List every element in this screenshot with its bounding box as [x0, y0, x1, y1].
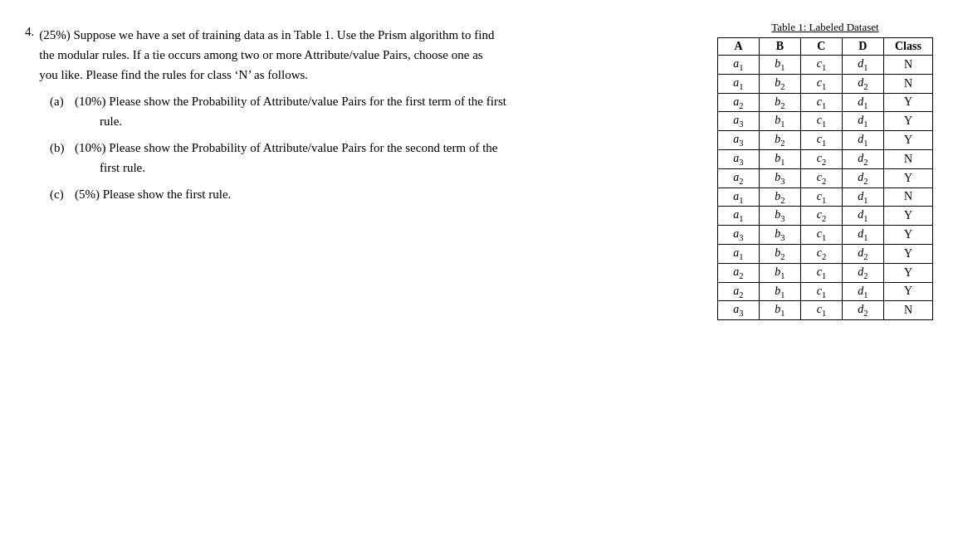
- cell-6-2: c2: [800, 168, 842, 187]
- cell-9-1: b3: [759, 226, 800, 245]
- cell-6-3: d2: [842, 168, 883, 187]
- cell-11-3: d2: [842, 263, 883, 282]
- table-row: a2b2c1d1Y: [718, 93, 933, 112]
- cell-5-0: a3: [718, 149, 760, 168]
- cell-13-0: a3: [718, 301, 760, 320]
- cell-1-2: c1: [800, 74, 842, 93]
- part-c: (c) (5%) Please show the first rule.: [50, 184, 692, 204]
- cell-1-1: b2: [759, 74, 800, 93]
- col-header-C: C: [800, 38, 842, 56]
- table-row: a3b1c1d2N: [718, 301, 933, 320]
- cell-9-2: c1: [800, 226, 842, 245]
- cell-1-4: N: [883, 74, 932, 93]
- cell-13-1: b1: [759, 301, 800, 320]
- cell-7-2: c1: [800, 187, 842, 207]
- right-panel: Table 1: Labeled Dataset A B C D Class a…: [717, 17, 933, 320]
- part-b-label: (b): [50, 138, 75, 158]
- cell-2-0: a2: [718, 93, 760, 112]
- part-a-label: (a): [50, 91, 75, 111]
- cell-11-1: b1: [759, 263, 800, 282]
- table-row: a1b1c1d1N: [718, 56, 933, 75]
- cell-4-2: c1: [800, 131, 842, 150]
- cell-12-0: a2: [718, 282, 760, 301]
- table-row: a2b3c2d2Y: [718, 168, 933, 187]
- cell-11-0: a2: [718, 263, 760, 282]
- table-row: a3b1c1d1Y: [718, 112, 933, 131]
- cell-13-3: d2: [842, 301, 883, 320]
- cell-5-1: b1: [759, 149, 800, 168]
- cell-9-4: Y: [883, 226, 932, 245]
- cell-4-3: d1: [842, 131, 883, 150]
- cell-12-3: d1: [842, 282, 883, 301]
- table-row: a2b1c1d1Y: [718, 282, 933, 301]
- cell-10-2: c2: [800, 244, 842, 263]
- table-row: a3b3c1d1Y: [718, 226, 933, 245]
- part-a-continuation: rule.: [100, 111, 692, 131]
- cell-7-0: a1: [718, 187, 760, 207]
- table-row: a3b2c1d1Y: [718, 131, 933, 150]
- cell-13-2: c1: [800, 301, 842, 320]
- cell-3-3: d1: [842, 112, 883, 131]
- part-a-text: (10%) Please show the Probability of Att…: [75, 91, 506, 111]
- cell-8-3: d1: [842, 207, 883, 226]
- cell-1-0: a1: [718, 74, 760, 93]
- cell-2-1: b2: [759, 93, 800, 112]
- cell-1-3: d2: [842, 74, 883, 93]
- table-row: a1b2c1d1N: [718, 187, 933, 207]
- cell-8-0: a1: [718, 207, 760, 226]
- cell-3-0: a3: [718, 112, 760, 131]
- left-panel: 4. (25%) Suppose we have a set of traini…: [25, 17, 692, 211]
- cell-5-2: c2: [800, 149, 842, 168]
- cell-10-3: d2: [842, 244, 883, 263]
- part-b-text: (10%) Please show the Probability of Att…: [75, 138, 497, 158]
- cell-7-3: d1: [842, 187, 883, 207]
- part-a: (a) (10%) Please show the Probability of…: [50, 91, 692, 131]
- question-number: 4.: [25, 25, 34, 39]
- cell-10-1: b2: [759, 244, 800, 263]
- cell-4-1: b2: [759, 131, 800, 150]
- question-header: 4. (25%) Suppose we have a set of traini…: [25, 25, 692, 85]
- cell-6-1: b3: [759, 168, 800, 187]
- cell-0-2: c1: [800, 56, 842, 75]
- cell-2-2: c1: [800, 93, 842, 112]
- cell-5-3: d2: [842, 149, 883, 168]
- cell-13-4: N: [883, 301, 932, 320]
- table-row: a1b3c2d1Y: [718, 207, 933, 226]
- table-row: a2b1c1d2Y: [718, 263, 933, 282]
- part-b-continuation: first rule.: [100, 158, 692, 178]
- labeled-dataset-table: A B C D Class a1b1c1d1Na1b2c1d2Na2b2c1d1…: [717, 37, 933, 320]
- cell-9-3: d1: [842, 226, 883, 245]
- cell-11-2: c1: [800, 263, 842, 282]
- cell-7-1: b2: [759, 187, 800, 207]
- table-row: a3b1c2d2N: [718, 149, 933, 168]
- col-header-A: A: [718, 38, 760, 56]
- col-header-D: D: [842, 38, 883, 56]
- cell-4-0: a3: [718, 131, 760, 150]
- cell-0-4: N: [883, 56, 932, 75]
- cell-0-1: b1: [759, 56, 800, 75]
- cell-0-3: d1: [842, 56, 883, 75]
- cell-12-1: b1: [759, 282, 800, 301]
- cell-8-1: b3: [759, 207, 800, 226]
- question-intro: (25%) Suppose we have a set of training …: [39, 25, 494, 85]
- cell-8-2: c2: [800, 207, 842, 226]
- cell-4-4: Y: [883, 131, 932, 150]
- cell-7-4: N: [883, 187, 932, 207]
- cell-12-4: Y: [883, 282, 932, 301]
- table-row: a1b2c2d2Y: [718, 244, 933, 263]
- cell-5-4: N: [883, 149, 932, 168]
- cell-6-4: Y: [883, 168, 932, 187]
- part-c-label: (c): [50, 184, 75, 204]
- cell-3-1: b1: [759, 112, 800, 131]
- table-title: Table 1: Labeled Dataset: [717, 21, 933, 34]
- cell-11-4: Y: [883, 263, 932, 282]
- table-row: a1b2c1d2N: [718, 74, 933, 93]
- cell-8-4: Y: [883, 207, 932, 226]
- cell-10-0: a1: [718, 244, 760, 263]
- cell-2-4: Y: [883, 93, 932, 112]
- cell-0-0: a1: [718, 56, 760, 75]
- cell-2-3: d1: [842, 93, 883, 112]
- cell-9-0: a3: [718, 226, 760, 245]
- cell-10-4: Y: [883, 244, 932, 263]
- col-header-class: Class: [883, 38, 932, 56]
